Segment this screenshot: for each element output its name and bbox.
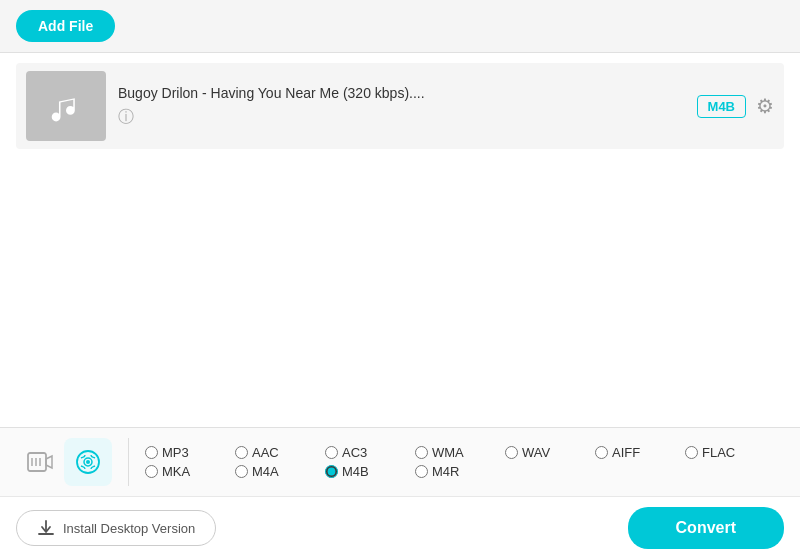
audio-tab-button[interactable] xyxy=(64,438,112,486)
format-option-mka[interactable]: MKA xyxy=(145,464,235,479)
install-desktop-button[interactable]: Install Desktop Version xyxy=(16,510,216,546)
file-item: Bugoy Drilon - Having You Near Me (320 k… xyxy=(16,63,784,149)
format-option-m4r[interactable]: M4R xyxy=(415,464,505,479)
format-option-aac[interactable]: AAC xyxy=(235,445,325,460)
format-option-aiff[interactable]: AIFF xyxy=(595,445,685,460)
toolbar: Add File xyxy=(0,0,800,53)
format-option-m4b[interactable]: M4B xyxy=(325,464,415,479)
format-option-m4a[interactable]: M4A xyxy=(235,464,325,479)
settings-gear-icon[interactable]: ⚙ xyxy=(756,94,774,118)
format-options: MP3 AAC AC3 WMA WAV AIFF F xyxy=(145,445,784,479)
svg-point-6 xyxy=(86,460,90,464)
format-option-wma[interactable]: WMA xyxy=(415,445,505,460)
audio-tab-icon xyxy=(75,449,101,475)
file-list-area: Bugoy Drilon - Having You Near Me (320 k… xyxy=(0,53,800,373)
music-note-icon xyxy=(44,84,88,128)
format-option-wav[interactable]: WAV xyxy=(505,445,595,460)
info-icon[interactable]: ⓘ xyxy=(118,108,134,125)
convert-button[interactable]: Convert xyxy=(628,507,784,549)
format-selector-bar: MP3 AAC AC3 WMA WAV AIFF F xyxy=(0,428,800,497)
format-badge[interactable]: M4B xyxy=(697,95,746,118)
file-info: Bugoy Drilon - Having You Near Me (320 k… xyxy=(106,85,697,128)
file-thumbnail xyxy=(26,71,106,141)
file-actions: M4B ⚙ xyxy=(697,94,774,118)
tab-icons xyxy=(16,438,129,486)
install-label: Install Desktop Version xyxy=(63,521,195,536)
download-icon xyxy=(37,519,55,537)
file-name: Bugoy Drilon - Having You Near Me (320 k… xyxy=(118,85,685,101)
format-option-ac3[interactable]: AC3 xyxy=(325,445,415,460)
bottom-actions: Install Desktop Version Convert xyxy=(0,497,800,559)
video-tab-button[interactable] xyxy=(16,438,64,486)
format-option-mp3[interactable]: MP3 xyxy=(145,445,235,460)
add-file-button[interactable]: Add File xyxy=(16,10,115,42)
format-option-flac[interactable]: FLAC xyxy=(685,445,775,460)
video-tab-icon xyxy=(27,449,53,475)
bottom-panel: MP3 AAC AC3 WMA WAV AIFF F xyxy=(0,427,800,559)
svg-rect-0 xyxy=(28,453,46,471)
